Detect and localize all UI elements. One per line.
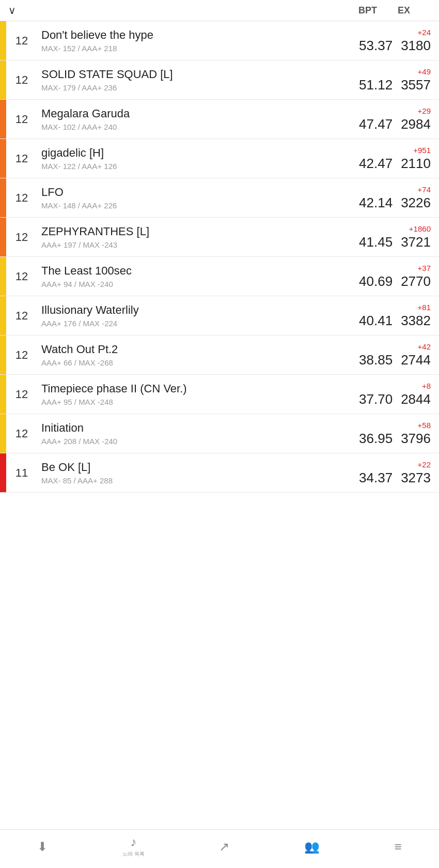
song-nums: 42.143226 [359,195,431,211]
song-scores: +2453.373180 [336,21,439,60]
song-bpt: 37.70 [359,391,393,407]
song-delta: +8 [422,382,431,390]
song-row[interactable]: 12InitiationAAA+ 208 / MAX -240+5836.953… [0,414,439,453]
song-sub: AAA+ 208 / MAX -240 [41,437,332,446]
song-sub: AAA+ 66 / MAX -268 [41,358,332,367]
song-level: 12 [6,375,37,414]
song-delta: +951 [413,146,431,155]
difficulty-bar [0,296,6,335]
song-delta: +74 [418,185,431,194]
song-list: 12Don't believe the hypeMAX- 152 / AAA+ … [0,21,439,493]
song-delta: +42 [418,342,431,351]
song-delta: +37 [418,264,431,272]
song-info: InitiationAAA+ 208 / MAX -240 [37,414,336,453]
song-row[interactable]: 12Watch Out Pt.2AAA+ 66 / MAX -268+4238.… [0,336,439,375]
song-info: Don't believe the hypeMAX- 152 / AAA+ 21… [37,21,336,60]
song-scores: +95142.472110 [336,139,439,178]
song-sub: MAX- 122 / AAA+ 126 [41,162,332,171]
song-title: Initiation [41,421,332,435]
song-bpt: 53.37 [359,38,393,54]
song-bpt: 51.12 [359,77,393,93]
song-info: Megalara GarudaMAX- 102 / AAA+ 240 [37,100,336,139]
song-row[interactable]: 11Be OK [L]MAX- 85 / AAA+ 288+2234.37327… [0,453,439,493]
song-level: 12 [6,257,37,296]
song-title: Don't believe the hype [41,28,332,42]
song-info: The Least 100secAAA+ 94 / MAX -240 [37,257,336,296]
song-nums: 37.702844 [359,391,431,407]
song-delta: +29 [418,106,431,115]
song-ex: 3180 [401,38,431,54]
song-sub: AAA+ 176 / MAX -224 [41,319,332,328]
nav-icon-1: ♪ [130,836,136,848]
song-sub: MAX- 179 / AAA+ 236 [41,83,332,92]
song-row[interactable]: 12SOLID STATE SQUAD [L]MAX- 179 / AAA+ 2… [0,60,439,100]
difficulty-bar [0,453,6,492]
song-row[interactable]: 12The Least 100secAAA+ 94 / MAX -240+374… [0,257,439,296]
song-info: LFOMAX- 148 / AAA+ 226 [37,178,336,217]
song-ex: 3557 [401,77,431,93]
song-level: 12 [6,60,37,99]
header: ∨ BPT EX [0,0,439,21]
song-bpt: 42.47 [359,156,393,172]
song-level: 12 [6,178,37,217]
song-title: SOLID STATE SQUAD [L] [41,68,332,81]
song-sub: MAX- 102 / AAA+ 240 [41,123,332,131]
song-nums: 47.472984 [359,116,431,132]
song-scores: +4951.123557 [336,60,439,99]
song-level: 12 [6,139,37,178]
song-row[interactable]: 12ZEPHYRANTHES [L]AAA+ 197 / MAX -243+18… [0,218,439,257]
song-row[interactable]: 12Don't believe the hypeMAX- 152 / AAA+ … [0,21,439,60]
song-nums: 40.413382 [359,313,431,329]
song-nums: 34.373273 [359,470,431,486]
song-level: 12 [6,100,37,139]
difficulty-bar [0,414,6,453]
song-row[interactable]: 12Megalara GarudaMAX- 102 / AAA+ 240+294… [0,100,439,139]
song-ex: 2844 [401,391,431,407]
song-delta: +49 [418,67,431,76]
song-info: SOLID STATE SQUAD [L]MAX- 179 / AAA+ 236 [37,60,336,99]
song-nums: 36.953796 [359,431,431,447]
col-bpt: BPT [358,5,377,16]
difficulty-bar [0,336,6,374]
song-level: 12 [6,336,37,374]
song-ex: 3273 [401,470,431,486]
song-scores: +4238.852744 [336,336,439,374]
song-scores: +7442.143226 [336,178,439,217]
song-level: 12 [6,21,37,60]
song-bpt: 42.14 [359,195,393,211]
nav-item-0[interactable]: ⬇ [37,841,48,853]
song-bpt: 47.47 [359,116,393,132]
nav-icon-4: ≡ [395,841,402,853]
song-row[interactable]: 12Timepiece phase II (CN Ver.)AAA+ 95 / … [0,375,439,414]
song-bpt: 41.45 [359,234,393,250]
song-bpt: 40.41 [359,313,393,329]
song-nums: 41.453721 [359,234,431,250]
nav-item-2[interactable]: ↗ [219,841,229,853]
difficulty-bar [0,139,6,178]
song-bpt: 36.95 [359,431,393,447]
song-ex: 2744 [401,352,431,368]
song-title: Megalara Garuda [41,107,332,120]
nav-item-3[interactable]: 👥 [304,841,320,853]
song-scores: +2234.373273 [336,453,439,492]
nav-label-1: 노래 목록 [122,850,145,858]
song-nums: 38.852744 [359,352,431,368]
song-level: 11 [6,453,37,492]
difficulty-bar [0,218,6,256]
song-nums: 40.692770 [359,273,431,290]
song-row[interactable]: 12Illusionary WaterlilyAAA+ 176 / MAX -2… [0,296,439,336]
song-row[interactable]: 12LFOMAX- 148 / AAA+ 226+7442.143226 [0,178,439,218]
chevron-icon[interactable]: ∨ [8,4,16,17]
nav-item-4[interactable]: ≡ [395,841,402,853]
song-ex: 3226 [401,195,431,211]
song-title: Be OK [L] [41,461,332,474]
nav-icon-3: 👥 [304,841,320,853]
song-delta: +1860 [409,224,431,233]
song-info: Illusionary WaterlilyAAA+ 176 / MAX -224 [37,296,336,335]
song-delta: +81 [418,303,431,312]
song-sub: AAA+ 95 / MAX -248 [41,398,332,406]
nav-item-1[interactable]: ♪노래 목록 [122,836,145,858]
song-bpt: 38.85 [359,352,393,368]
song-nums: 53.373180 [359,38,431,54]
song-row[interactable]: 12gigadelic [H]MAX- 122 / AAA+ 126+95142… [0,139,439,178]
